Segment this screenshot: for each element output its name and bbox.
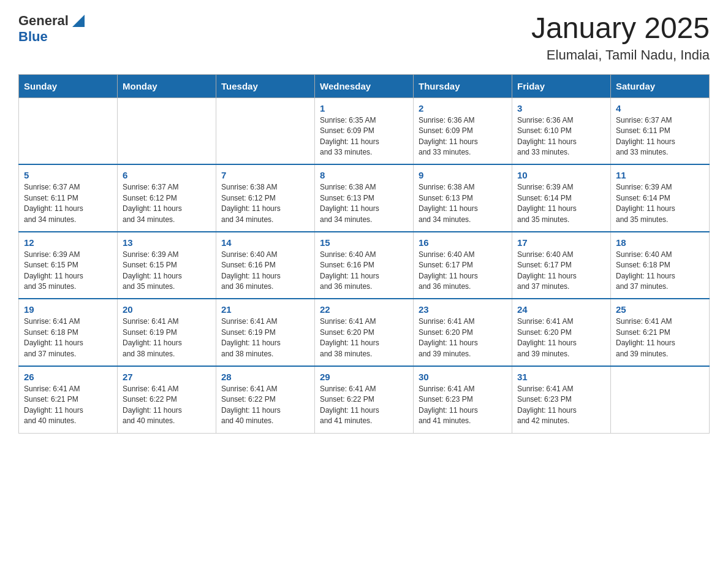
day-info: Sunrise: 6:41 AMSunset: 6:20 PMDaylight:… [517, 316, 605, 359]
day-number: 13 [123, 237, 211, 248]
day-number: 23 [419, 304, 507, 315]
table-row: 28Sunrise: 6:41 AMSunset: 6:22 PMDayligh… [216, 366, 315, 433]
calendar-header-row: Sunday Monday Tuesday Wednesday Thursday… [19, 74, 710, 98]
day-info: Sunrise: 6:41 AMSunset: 6:19 PMDaylight:… [221, 316, 309, 359]
day-number: 24 [517, 304, 605, 315]
day-info: Sunrise: 6:38 AMSunset: 6:13 PMDaylight:… [419, 182, 507, 225]
calendar-week-row: 26Sunrise: 6:41 AMSunset: 6:21 PMDayligh… [19, 366, 710, 433]
table-row: 15Sunrise: 6:40 AMSunset: 6:16 PMDayligh… [315, 232, 414, 299]
svg-marker-0 [72, 15, 85, 27]
day-info: Sunrise: 6:41 AMSunset: 6:19 PMDaylight:… [123, 316, 211, 359]
col-friday: Friday [512, 74, 611, 98]
calendar-week-row: 12Sunrise: 6:39 AMSunset: 6:15 PMDayligh… [19, 232, 710, 299]
table-row [216, 98, 315, 164]
day-info: Sunrise: 6:37 AMSunset: 6:11 PMDaylight:… [616, 115, 704, 158]
table-row: 16Sunrise: 6:40 AMSunset: 6:17 PMDayligh… [414, 232, 512, 299]
table-row: 29Sunrise: 6:41 AMSunset: 6:22 PMDayligh… [315, 366, 414, 433]
col-monday: Monday [118, 74, 216, 98]
calendar-week-row: 5Sunrise: 6:37 AMSunset: 6:11 PMDaylight… [19, 164, 710, 232]
page-header: General Blue January 2025 Elumalai, Tami… [18, 12, 710, 63]
table-row: 20Sunrise: 6:41 AMSunset: 6:19 PMDayligh… [118, 299, 216, 366]
day-number: 9 [419, 170, 507, 180]
day-number: 15 [320, 237, 408, 248]
day-number: 17 [517, 237, 605, 248]
day-info: Sunrise: 6:35 AMSunset: 6:09 PMDaylight:… [320, 115, 408, 158]
col-thursday: Thursday [414, 74, 512, 98]
table-row [611, 366, 710, 433]
table-row: 6Sunrise: 6:37 AMSunset: 6:12 PMDaylight… [118, 164, 216, 232]
logo-blue-text: Blue [18, 29, 48, 44]
day-info: Sunrise: 6:39 AMSunset: 6:15 PMDaylight:… [123, 250, 211, 293]
col-wednesday: Wednesday [315, 74, 414, 98]
day-info: Sunrise: 6:36 AMSunset: 6:10 PMDaylight:… [517, 115, 605, 158]
day-number: 27 [123, 372, 211, 382]
day-info: Sunrise: 6:41 AMSunset: 6:23 PMDaylight:… [419, 384, 507, 427]
day-info: Sunrise: 6:39 AMSunset: 6:14 PMDaylight:… [517, 182, 605, 225]
day-number: 4 [616, 103, 704, 113]
table-row: 8Sunrise: 6:38 AMSunset: 6:13 PMDaylight… [315, 164, 414, 232]
calendar-week-row: 19Sunrise: 6:41 AMSunset: 6:18 PMDayligh… [19, 299, 710, 366]
day-info: Sunrise: 6:41 AMSunset: 6:20 PMDaylight:… [320, 316, 408, 359]
table-row: 7Sunrise: 6:38 AMSunset: 6:12 PMDaylight… [216, 164, 315, 232]
day-number: 16 [419, 237, 507, 248]
day-number: 10 [517, 170, 605, 180]
day-info: Sunrise: 6:39 AMSunset: 6:14 PMDaylight:… [616, 182, 704, 225]
col-saturday: Saturday [611, 74, 710, 98]
table-row: 25Sunrise: 6:41 AMSunset: 6:21 PMDayligh… [611, 299, 710, 366]
logo-general-text: General [18, 13, 69, 28]
day-info: Sunrise: 6:41 AMSunset: 6:20 PMDaylight:… [419, 316, 507, 359]
day-number: 25 [616, 304, 704, 315]
table-row: 21Sunrise: 6:41 AMSunset: 6:19 PMDayligh… [216, 299, 315, 366]
table-row: 5Sunrise: 6:37 AMSunset: 6:11 PMDaylight… [19, 164, 118, 232]
table-row: 24Sunrise: 6:41 AMSunset: 6:20 PMDayligh… [512, 299, 611, 366]
day-number: 28 [221, 372, 309, 382]
col-sunday: Sunday [19, 74, 118, 98]
table-row: 12Sunrise: 6:39 AMSunset: 6:15 PMDayligh… [19, 232, 118, 299]
day-number: 3 [517, 103, 605, 113]
table-row: 14Sunrise: 6:40 AMSunset: 6:16 PMDayligh… [216, 232, 315, 299]
day-number: 5 [24, 170, 112, 180]
day-info: Sunrise: 6:37 AMSunset: 6:12 PMDaylight:… [123, 182, 211, 225]
day-info: Sunrise: 6:41 AMSunset: 6:18 PMDaylight:… [24, 316, 112, 359]
day-info: Sunrise: 6:41 AMSunset: 6:22 PMDaylight:… [123, 384, 211, 427]
day-number: 21 [221, 304, 309, 315]
table-row: 26Sunrise: 6:41 AMSunset: 6:21 PMDayligh… [19, 366, 118, 433]
table-row [19, 98, 118, 164]
table-row: 10Sunrise: 6:39 AMSunset: 6:14 PMDayligh… [512, 164, 611, 232]
table-row: 31Sunrise: 6:41 AMSunset: 6:23 PMDayligh… [512, 366, 611, 433]
table-row: 23Sunrise: 6:41 AMSunset: 6:20 PMDayligh… [414, 299, 512, 366]
day-info: Sunrise: 6:37 AMSunset: 6:11 PMDaylight:… [24, 182, 112, 225]
day-info: Sunrise: 6:41 AMSunset: 6:21 PMDaylight:… [24, 384, 112, 427]
day-info: Sunrise: 6:41 AMSunset: 6:21 PMDaylight:… [616, 316, 704, 359]
day-number: 6 [123, 170, 211, 180]
table-row [118, 98, 216, 164]
day-info: Sunrise: 6:41 AMSunset: 6:23 PMDaylight:… [517, 384, 605, 427]
table-row: 27Sunrise: 6:41 AMSunset: 6:22 PMDayligh… [118, 366, 216, 433]
day-number: 29 [320, 372, 408, 382]
day-info: Sunrise: 6:38 AMSunset: 6:13 PMDaylight:… [320, 182, 408, 225]
title-block: January 2025 Elumalai, Tamil Nadu, India [531, 12, 710, 63]
table-row: 17Sunrise: 6:40 AMSunset: 6:17 PMDayligh… [512, 232, 611, 299]
calendar-title: January 2025 [531, 12, 710, 45]
day-number: 31 [517, 372, 605, 382]
day-number: 30 [419, 372, 507, 382]
table-row: 19Sunrise: 6:41 AMSunset: 6:18 PMDayligh… [19, 299, 118, 366]
table-row: 2Sunrise: 6:36 AMSunset: 6:09 PMDaylight… [414, 98, 512, 164]
day-number: 26 [24, 372, 112, 382]
table-row: 13Sunrise: 6:39 AMSunset: 6:15 PMDayligh… [118, 232, 216, 299]
day-number: 18 [616, 237, 704, 248]
day-info: Sunrise: 6:39 AMSunset: 6:15 PMDaylight:… [24, 250, 112, 293]
calendar-week-row: 1Sunrise: 6:35 AMSunset: 6:09 PMDaylight… [19, 98, 710, 164]
day-number: 11 [616, 170, 704, 180]
logo-triangle-icon [70, 12, 87, 29]
calendar-table: Sunday Monday Tuesday Wednesday Thursday… [18, 74, 710, 434]
day-number: 20 [123, 304, 211, 315]
table-row: 22Sunrise: 6:41 AMSunset: 6:20 PMDayligh… [315, 299, 414, 366]
calendar-subtitle: Elumalai, Tamil Nadu, India [531, 47, 710, 63]
table-row: 18Sunrise: 6:40 AMSunset: 6:18 PMDayligh… [611, 232, 710, 299]
day-number: 8 [320, 170, 408, 180]
day-info: Sunrise: 6:40 AMSunset: 6:16 PMDaylight:… [320, 250, 408, 293]
col-tuesday: Tuesday [216, 74, 315, 98]
table-row: 11Sunrise: 6:39 AMSunset: 6:14 PMDayligh… [611, 164, 710, 232]
day-number: 1 [320, 103, 408, 113]
